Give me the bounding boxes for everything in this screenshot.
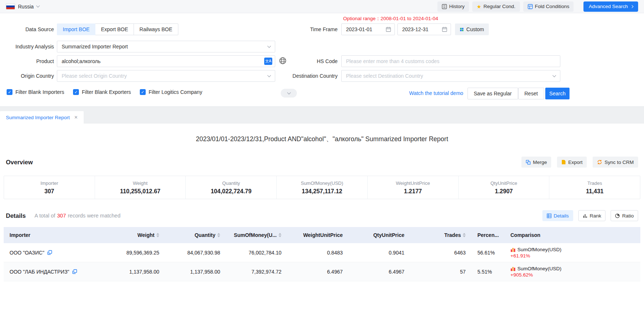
stat-label: SumOfMoney(USD)	[301, 180, 343, 186]
percent-cell: 56.61%	[472, 250, 505, 256]
hs-code-input[interactable]	[342, 56, 560, 67]
close-icon[interactable]: ✕	[74, 115, 78, 120]
overview-stats-panel: Importer 307 Weight 110,255,012.67 Quant…	[4, 176, 640, 199]
table-row: ООО "ОАЗИС" 89,596,369.25 84,067,930.98 …	[4, 243, 640, 262]
details-section-head: Details A total of307records were matche…	[6, 210, 638, 221]
chart-icon[interactable]	[510, 266, 516, 271]
history-icon	[442, 4, 447, 9]
date-from-field[interactable]	[341, 23, 395, 35]
tab-title: Summarized Importer Report	[6, 115, 70, 120]
filter-logitics-company-checkbox[interactable]: ✓ Filter Logitics Company	[140, 89, 202, 95]
tab-railways-boe[interactable]: Railways BOE	[134, 23, 178, 35]
table-header-row: Importer Weight Quantity SumOfMoney(U...…	[4, 227, 640, 243]
sort-icon[interactable]	[217, 233, 220, 237]
stat-value: 1.2177	[404, 188, 422, 195]
sum-of-money-cell: 7,392,974.72	[226, 269, 287, 275]
view-details-label: Details	[554, 213, 569, 219]
percent-cell: 5.51%	[472, 269, 505, 275]
stat-weight-unit-price: WeightUnitPrice 1.2177	[367, 176, 458, 199]
view-ratio-label: Ratio	[622, 213, 634, 219]
regular-cond-button[interactable]: ★ Regular Cond.	[472, 1, 520, 12]
details-heading: Details	[6, 212, 26, 219]
export-button[interactable]: Export	[557, 157, 587, 168]
industry-analysis-select[interactable]: Summarized Importer Report	[57, 41, 275, 52]
custom-icon	[460, 27, 464, 32]
search-form: Optional range：2008-01-01 to 2024-01-04 …	[0, 13, 644, 106]
sort-icon[interactable]	[279, 233, 281, 237]
export-label: Export	[568, 160, 582, 165]
header-importer: Importer	[4, 232, 104, 238]
reset-button[interactable]: Reset	[518, 88, 544, 99]
product-input[interactable]	[57, 56, 275, 67]
stat-label: WeightUnitPrice	[396, 180, 430, 186]
origin-country-label: Origin Country	[0, 70, 54, 82]
filter-blank-exporters-checkbox[interactable]: ✓ Filter Blank Exporters	[73, 89, 131, 95]
view-details-button[interactable]: Details	[542, 210, 573, 221]
search-button[interactable]: Search	[545, 88, 570, 99]
translate-icon[interactable]: 文A	[264, 58, 272, 65]
header-comparison: Comparison	[505, 232, 567, 238]
header-sum-of-money[interactable]: SumOfMoney(U...	[226, 232, 287, 238]
chart-icon[interactable]	[510, 247, 516, 252]
rank-bars-icon	[583, 213, 587, 218]
sync-to-crm-button[interactable]: Sync to CRM	[593, 157, 638, 168]
origin-country-select[interactable]: Please select Origin Country	[57, 70, 275, 82]
sync-to-crm-label: Sync to CRM	[604, 160, 634, 165]
tutorial-demo-link[interactable]: Watch the tutorial demo	[409, 90, 463, 96]
header-weight[interactable]: Weight	[104, 232, 165, 238]
russia-flag-icon	[6, 3, 15, 10]
country-selector[interactable]: Russia	[6, 3, 39, 10]
export-icon	[561, 160, 566, 165]
tab-import-boe[interactable]: Import BOE	[57, 23, 95, 35]
fold-conditions-button[interactable]: Fold Conditions	[523, 1, 574, 12]
copy-icon[interactable]	[47, 250, 52, 255]
header-qty-unit-price: QtyUnitPrice	[349, 232, 410, 238]
tab-export-boe[interactable]: Export BOE	[95, 23, 134, 35]
ratio-pie-icon	[615, 213, 620, 218]
hs-code-field[interactable]	[341, 55, 560, 67]
date-to-field[interactable]	[397, 23, 451, 35]
stat-qty-unit-price: QtyUnitPrice 1.2907	[458, 176, 549, 199]
save-as-regular-button[interactable]: Save as Regular	[467, 88, 518, 99]
comparison-change: +905.62%	[510, 272, 533, 278]
star-icon: ★	[477, 4, 481, 9]
merge-button[interactable]: Merge	[521, 157, 551, 168]
checkbox-checked-icon: ✓	[73, 89, 79, 95]
custom-range-button[interactable]: Custom	[455, 23, 489, 35]
view-ratio-button[interactable]: Ratio	[611, 210, 638, 221]
copy-icon[interactable]	[72, 269, 77, 274]
product-label: Product	[0, 55, 54, 67]
stat-label: Importer	[40, 180, 58, 186]
stat-importer: Importer 307	[4, 176, 95, 199]
header-quantity[interactable]: Quantity	[165, 232, 226, 238]
filter-blank-importers-checkbox[interactable]: ✓ Filter Blank Importers	[7, 89, 64, 95]
view-rank-button[interactable]: Rank	[578, 210, 606, 221]
comparison-cell: SumOfMoney(USD) +61.91%	[505, 247, 567, 259]
product-field[interactable]: 文A	[57, 55, 275, 67]
sort-icon[interactable]	[463, 233, 466, 237]
chevron-down-icon	[36, 4, 40, 8]
industry-analysis-label: Industry Analysis	[0, 41, 54, 52]
history-button[interactable]: History	[437, 1, 469, 12]
stat-quantity: Quantity 104,022,724.79	[185, 176, 276, 199]
stat-value: 11,431	[586, 188, 604, 195]
filter-logitics-company-label: Filter Logitics Company	[149, 89, 202, 95]
fold-conditions-label: Fold Conditions	[535, 4, 570, 9]
advanced-search-button[interactable]: Advanced Search	[583, 1, 638, 12]
qty-unit-price-cell: 6.4967	[349, 269, 410, 275]
stat-value: 110,255,012.67	[120, 188, 160, 195]
weight-cell: 1,137,958.00	[104, 269, 165, 275]
details-grid-icon	[547, 213, 552, 218]
tab-summarized-importer-report[interactable]: Summarized Importer Report ✕	[0, 111, 84, 124]
collapse-form-button[interactable]	[281, 89, 297, 98]
sync-icon	[597, 160, 602, 165]
importer-name: ООО "ОАЗИС"	[10, 250, 44, 256]
calendar-icon	[386, 27, 391, 32]
time-frame-label: Time Frame	[283, 23, 338, 35]
merge-label: Merge	[533, 160, 547, 165]
destination-country-select[interactable]: Please select Destination Country	[341, 70, 560, 82]
header-trades[interactable]: Trades	[410, 232, 472, 238]
sort-icon[interactable]	[156, 233, 159, 237]
weight-cell: 89,596,369.25	[104, 250, 165, 256]
chevron-down-icon	[268, 73, 271, 77]
